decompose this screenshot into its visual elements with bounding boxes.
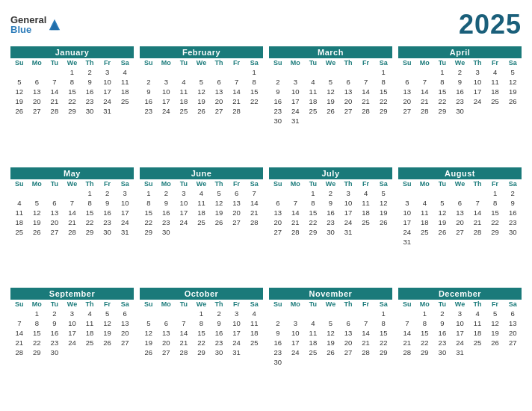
day-cell: 15: [81, 208, 99, 217]
calendar-page: General Blue 2025 JanuarySuMoTuWeThFrSa1…: [0, 0, 532, 411]
day-cell: [468, 188, 486, 198]
day-cell: 3: [287, 77, 305, 87]
day-cell: 13: [116, 318, 134, 328]
day-header: Fr: [357, 58, 375, 67]
day-header: Th: [81, 179, 99, 188]
day-cell: [46, 188, 64, 198]
day-cell: 15: [486, 208, 504, 217]
day-header: Fr: [99, 179, 117, 188]
month-header-june: June: [140, 167, 263, 179]
week-row: 1: [140, 67, 263, 77]
day-cell: 29: [28, 347, 46, 357]
day-cell: 16: [81, 87, 99, 96]
day-cell: 31: [116, 227, 134, 237]
day-header: Sa: [116, 300, 134, 309]
day-cell: 3: [287, 318, 305, 328]
day-cell: 11: [357, 198, 375, 208]
day-cell: 27: [46, 227, 64, 237]
week-row: 12345: [269, 188, 392, 198]
week-row: 23242526272829: [269, 347, 392, 357]
day-cell: 31: [398, 237, 416, 247]
week-row: 19202122232425: [140, 338, 263, 347]
day-cell: 20: [504, 328, 522, 338]
day-cell: 5: [99, 309, 117, 318]
day-cell: 13: [158, 328, 176, 338]
day-cell: 30: [81, 106, 99, 116]
day-cell: [398, 309, 416, 318]
day-cell: 1: [193, 309, 211, 318]
week-row: 13141516171819: [398, 87, 522, 96]
day-cell: 1: [304, 188, 322, 198]
day-cell: 10: [398, 208, 416, 217]
day-header: Tu: [433, 179, 451, 188]
day-cell: [269, 67, 287, 77]
day-cell: [357, 357, 375, 367]
day-cell: 23: [99, 217, 117, 227]
day-header: Mo: [28, 300, 46, 309]
day-cell: 9: [158, 198, 176, 208]
day-cell: 16: [210, 328, 228, 338]
day-header: Fr: [99, 58, 117, 67]
week-row: 13141516171819: [269, 208, 392, 217]
day-cell: 26: [322, 106, 340, 116]
day-cell: 17: [398, 217, 416, 227]
month-table-december: SuMoTuWeThFrSa12345678910111213141516171…: [398, 300, 522, 357]
week-row: 3031: [269, 116, 392, 126]
day-cell: [245, 106, 263, 116]
day-cell: 11: [193, 198, 211, 208]
week-row: 262728293031: [10, 106, 134, 116]
day-cell: [245, 227, 263, 237]
day-header: Sa: [504, 179, 522, 188]
week-row: 567891011: [10, 77, 134, 87]
day-header: Fr: [228, 58, 246, 67]
day-cell: 3: [228, 309, 246, 318]
day-cell: 12: [374, 198, 392, 208]
week-row: 12131415161718: [140, 328, 263, 338]
day-cell: 31: [339, 227, 357, 237]
day-cell: 9: [322, 198, 340, 208]
month-block-january: JanuarySuMoTuWeThFrSa1234567891011121314…: [10, 46, 134, 162]
week-row: 262728293031: [140, 347, 263, 357]
day-cell: 23: [140, 106, 158, 116]
month-table-january: SuMoTuWeThFrSa12345678910111213141516171…: [10, 58, 134, 116]
day-cell: 14: [64, 208, 81, 217]
day-header: We: [322, 300, 340, 309]
month-block-april: AprilSuMoTuWeThFrSa123456789101112131415…: [398, 46, 522, 162]
day-cell: 22: [245, 96, 263, 106]
day-cell: 27: [398, 106, 416, 116]
day-cell: 27: [451, 227, 469, 237]
month-header-october: October: [140, 288, 263, 300]
day-cell: 20: [451, 217, 469, 227]
day-cell: 28: [46, 106, 64, 116]
logo: General Blue: [10, 15, 61, 34]
day-cell: 16: [140, 96, 158, 106]
day-cell: [140, 309, 158, 318]
day-cell: [28, 67, 46, 77]
day-cell: 6: [269, 198, 287, 208]
day-cell: 24: [287, 106, 305, 116]
day-cell: 29: [374, 347, 392, 357]
day-cell: 6: [339, 77, 357, 87]
day-cell: 1: [374, 67, 392, 77]
day-cell: 1: [140, 188, 158, 198]
day-header: Tu: [304, 58, 322, 67]
day-cell: 3: [64, 309, 81, 318]
day-header: Fr: [357, 179, 375, 188]
week-row: 22232425262728: [140, 217, 263, 227]
day-cell: 23: [451, 96, 469, 106]
day-header: Sa: [374, 300, 392, 309]
day-cell: 29: [140, 227, 158, 237]
day-cell: 3: [158, 77, 176, 87]
day-cell: 23: [210, 338, 228, 347]
day-cell: 5: [433, 198, 451, 208]
day-header: Tu: [433, 58, 451, 67]
day-cell: 4: [416, 198, 434, 208]
day-header: We: [451, 179, 469, 188]
day-cell: 13: [504, 318, 522, 328]
day-cell: 30: [158, 227, 176, 237]
month-block-october: OctoberSuMoTuWeThFrSa1234567891011121314…: [140, 288, 263, 404]
day-cell: [287, 67, 305, 77]
day-cell: [64, 188, 81, 198]
day-cell: 2: [140, 77, 158, 87]
month-block-march: MarchSuMoTuWeThFrSa123456789101112131415…: [269, 46, 392, 162]
